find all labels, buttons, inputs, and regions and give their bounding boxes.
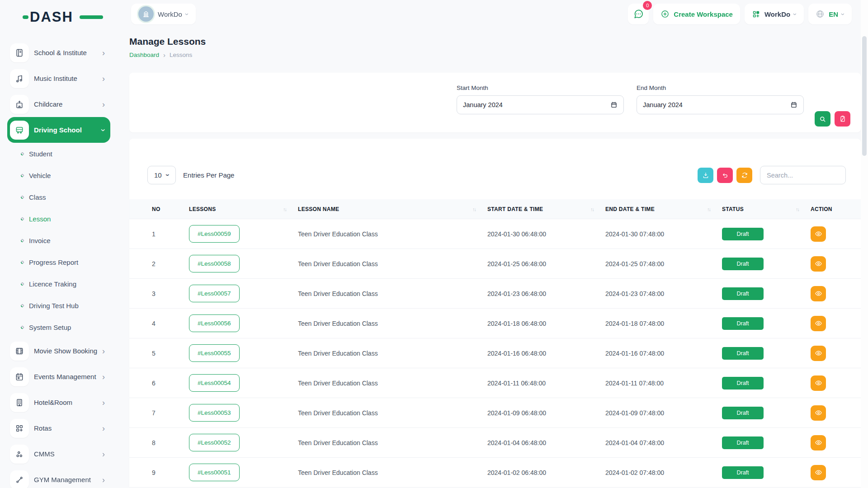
workspace-selector[interactable]: WorkDo › bbox=[131, 4, 196, 24]
view-button[interactable] bbox=[811, 375, 826, 391]
start-datetime: 2024-01-11 06:48:00 bbox=[487, 380, 605, 387]
view-button[interactable] bbox=[811, 346, 826, 361]
column-header-lesson-name[interactable]: LESSON NAME↑↓ bbox=[298, 206, 487, 212]
sidebar-subitem-progress-report[interactable]: Progress Report bbox=[0, 251, 118, 273]
chevron-down-icon: › bbox=[840, 13, 847, 15]
view-button[interactable] bbox=[811, 226, 826, 242]
lesson-code-button[interactable]: #Less00057 bbox=[189, 285, 240, 302]
table-row: 5 #Less00055 Teen Driver Education Class… bbox=[129, 338, 861, 368]
column-header-end[interactable]: END DATE & TIME↑↓ bbox=[605, 206, 722, 212]
view-button[interactable] bbox=[811, 405, 826, 421]
view-button[interactable] bbox=[811, 316, 826, 331]
column-header-lessons[interactable]: LESSONS↑↓ bbox=[189, 206, 298, 212]
chevron-right-icon: › bbox=[102, 399, 105, 407]
sort-icon[interactable]: ↑↓ bbox=[590, 206, 594, 212]
chevron-down-icon: › bbox=[184, 13, 191, 15]
lesson-code-button[interactable]: #Less00053 bbox=[189, 404, 240, 422]
chevron-right-icon: › bbox=[102, 450, 105, 458]
language-selector[interactable]: EN › bbox=[808, 4, 852, 24]
scrollbar-thumb[interactable] bbox=[862, 36, 867, 156]
lesson-name: Teen Driver Education Class bbox=[298, 469, 487, 476]
messages-button[interactable]: 0 bbox=[628, 4, 649, 24]
scrollbar[interactable] bbox=[861, 0, 868, 488]
sidebar-item-label: GYM Management bbox=[34, 476, 102, 483]
table-row: 9 #Less00051 Teen Driver Education Class… bbox=[129, 458, 861, 488]
view-button[interactable] bbox=[811, 465, 826, 480]
lesson-code-button[interactable]: #Less00051 bbox=[189, 464, 240, 481]
search-input[interactable] bbox=[760, 166, 846, 184]
start-month-label: Start Month bbox=[457, 84, 624, 91]
lesson-code-button[interactable]: #Less00056 bbox=[189, 314, 240, 332]
sort-icon[interactable]: ↑↓ bbox=[283, 206, 286, 212]
breadcrumb-current: Lessons bbox=[170, 52, 192, 58]
chevron-down-icon: › bbox=[99, 129, 108, 131]
lesson-name: Teen Driver Education Class bbox=[298, 290, 487, 297]
sidebar-subitem-invoice[interactable]: Invoice bbox=[0, 230, 118, 251]
start-datetime: 2024-01-02 06:48:00 bbox=[487, 469, 605, 476]
sidebar-subitem-vehicle[interactable]: Vehicle bbox=[0, 164, 118, 186]
filter-clear-button[interactable] bbox=[835, 111, 850, 127]
lesson-code-button[interactable]: #Less00059 bbox=[189, 225, 240, 243]
lesson-code-button[interactable]: #Less00054 bbox=[189, 374, 240, 392]
refresh-icon bbox=[741, 172, 748, 179]
table-row: 1 #Less00059 Teen Driver Education Class… bbox=[129, 219, 861, 249]
lesson-name: Teen Driver Education Class bbox=[298, 439, 487, 446]
sidebar-item-rotas[interactable]: Rotas › bbox=[7, 415, 110, 441]
sidebar-subitem-class[interactable]: Class bbox=[0, 186, 118, 208]
column-header-status[interactable]: STATUS↑↓ bbox=[722, 206, 811, 212]
sidebar-subitem-system-setup[interactable]: System Setup bbox=[0, 316, 118, 338]
create-workspace-button[interactable]: Create Workspace bbox=[653, 4, 740, 24]
sort-icon[interactable]: ↑↓ bbox=[707, 206, 710, 212]
view-button[interactable] bbox=[811, 286, 826, 301]
sidebar-item-events-management[interactable]: Events Management › bbox=[7, 364, 110, 389]
eye-icon bbox=[815, 349, 822, 357]
language-label: EN bbox=[829, 10, 838, 18]
filter-search-button[interactable] bbox=[815, 111, 830, 127]
entries-per-page-label: Entries Per Page bbox=[183, 171, 234, 179]
sidebar-item-label: Music Institute bbox=[34, 75, 102, 82]
sidebar-item-music-institute[interactable]: Music Institute › bbox=[7, 66, 110, 91]
sort-icon[interactable]: ↑↓ bbox=[472, 206, 476, 212]
end-datetime: 2024-01-23 07:48:00 bbox=[605, 290, 722, 297]
lesson-code-button[interactable]: #Less00058 bbox=[189, 255, 240, 272]
sidebar-subitem-student[interactable]: Student bbox=[0, 143, 118, 164]
column-header-start[interactable]: START DATE & TIME↑↓ bbox=[487, 206, 605, 212]
sidebar-item-cmms[interactable]: CMMS › bbox=[7, 441, 110, 467]
sidebar-item-school-institute[interactable]: School & Institute › bbox=[7, 40, 110, 66]
start-month-value: January 2024 bbox=[463, 101, 610, 108]
bus-icon bbox=[10, 121, 29, 140]
export-button[interactable] bbox=[698, 168, 713, 183]
end-month-input[interactable]: January 2024 bbox=[637, 95, 804, 114]
view-button[interactable] bbox=[811, 256, 826, 272]
status-badge: Draft bbox=[722, 287, 764, 300]
subitem-label: Student bbox=[29, 150, 52, 158]
sidebar-subitem-lesson[interactable]: Lesson bbox=[0, 208, 118, 230]
table-row: 3 #Less00057 Teen Driver Education Class… bbox=[129, 279, 861, 309]
status-badge: Draft bbox=[722, 436, 764, 449]
workdo-dropdown[interactable]: WorkDo › bbox=[745, 4, 804, 24]
lesson-code-button[interactable]: #Less00055 bbox=[189, 344, 240, 362]
childcare-building-icon bbox=[10, 95, 29, 114]
sidebar-item-driving-school[interactable]: Driving School › bbox=[7, 117, 110, 143]
sidebar-item-childcare[interactable]: Childcare › bbox=[7, 91, 110, 117]
subitem-label: Lesson bbox=[29, 215, 51, 223]
sort-icon[interactable]: ↑↓ bbox=[796, 206, 799, 212]
undo-button[interactable] bbox=[717, 168, 733, 183]
breadcrumb-dashboard-link[interactable]: Dashboard bbox=[129, 52, 159, 58]
row-number: 9 bbox=[152, 469, 189, 476]
sidebar-item-gym-management[interactable]: GYM Management › bbox=[7, 467, 110, 488]
sidebar-subitem-driving-test-hub[interactable]: Driving Test Hub bbox=[0, 295, 118, 316]
start-datetime: 2024-01-18 06:48:00 bbox=[487, 320, 605, 327]
sidebar-subitem-licence-traking[interactable]: Licence Traking bbox=[0, 273, 118, 295]
sidebar-item-hotel-room[interactable]: Hotel&Room › bbox=[7, 389, 110, 415]
start-month-input[interactable]: January 2024 bbox=[457, 95, 624, 114]
view-button[interactable] bbox=[811, 435, 826, 450]
topbar: WorkDo › 0 Create Workspace WorkDo › EN … bbox=[118, 0, 868, 28]
search-icon bbox=[819, 115, 826, 123]
bullet-icon bbox=[20, 151, 25, 156]
lesson-code-button[interactable]: #Less00052 bbox=[189, 434, 240, 451]
refresh-button[interactable] bbox=[736, 168, 752, 183]
entries-per-page-select[interactable]: 10 › bbox=[147, 166, 176, 184]
chevron-right-icon: › bbox=[102, 49, 105, 57]
sidebar-item-movie-show-booking[interactable]: Movie Show Booking › bbox=[7, 338, 110, 364]
